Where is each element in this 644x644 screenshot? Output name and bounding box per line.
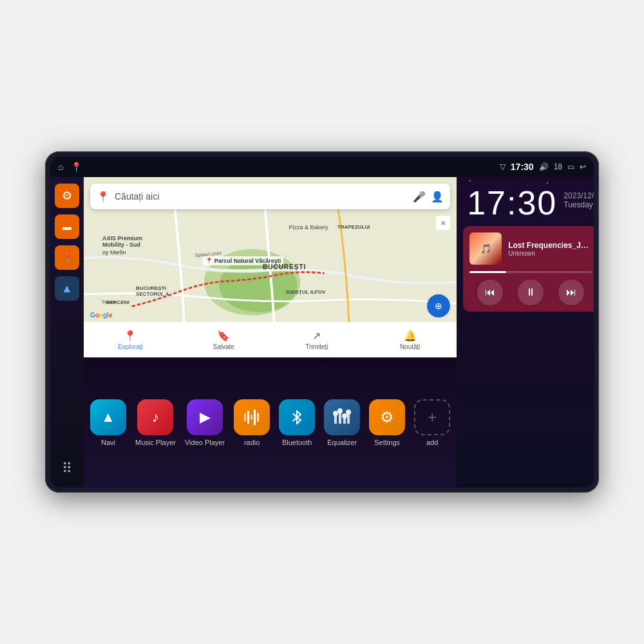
- svg-rect-10: [334, 415, 337, 424]
- prev-track-button[interactable]: ⏮: [477, 279, 503, 305]
- skip-forward-icon: ⏭: [566, 287, 576, 298]
- svg-rect-6: [247, 411, 249, 424]
- map-nav-updates[interactable]: 🔔 Noutăți: [363, 330, 457, 350]
- app-bluetooth[interactable]: Bluetooth: [279, 399, 315, 446]
- right-panel: 17:30 2023/12/12 Tuesday 🎵 Lost Frequenc…: [457, 177, 594, 488]
- sidebar-map-button[interactable]: 📍: [55, 245, 79, 270]
- svg-point-11: [333, 411, 338, 416]
- navi-icon: ▲: [101, 409, 115, 426]
- volume-icon: 🔊: [539, 162, 549, 171]
- saved-label: Salvate: [213, 343, 234, 350]
- navigation-icon: ▲: [61, 282, 73, 296]
- device-screen: ⌂ 📍 ▽ 17:30 🔊 18 ▭ ↩ ⚙ ▬: [50, 156, 594, 488]
- user-circle-icon[interactable]: 👤: [431, 191, 444, 203]
- clock-status: 17:30: [511, 162, 534, 172]
- navi-icon-wrap: ▲: [90, 399, 126, 435]
- wifi-icon: ▽: [500, 162, 506, 171]
- music-controls: ⏮ ⏸ ⏭: [469, 279, 592, 305]
- main-area: ⚙ ▬ 📍 ▲ ⠿: [50, 177, 594, 488]
- music-icon-wrap: ♪: [137, 399, 173, 435]
- map-label-merlin: oy Merlin: [102, 249, 126, 256]
- status-right-icons: ▽ 17:30 🔊 18 ▭ ↩: [500, 162, 586, 172]
- share-label: Trimiteți: [305, 343, 328, 350]
- map-label-pizza: Pizza & Bakery: [289, 224, 328, 231]
- apps-grid-icon: ⠿: [62, 460, 72, 477]
- map-collapse-button[interactable]: ✕: [436, 216, 450, 230]
- clock-day-text: Tuesday: [564, 200, 594, 209]
- pause-icon: ⏸: [526, 287, 536, 298]
- radio-waveform-icon: [243, 408, 261, 426]
- status-left-icons: ⌂ 📍: [58, 162, 82, 172]
- google-logo: Google: [90, 312, 112, 319]
- next-track-button[interactable]: ⏭: [558, 279, 584, 305]
- app-add[interactable]: + add: [414, 399, 450, 446]
- sidebar-apps-button[interactable]: ⠿: [55, 457, 79, 481]
- map-icon: 📍: [62, 252, 73, 263]
- music-label: Music Player: [135, 439, 176, 446]
- clock-date-text: 2023/12/12: [564, 191, 594, 200]
- app-video-player[interactable]: ▶ Video Player: [185, 399, 225, 446]
- map-label-bucharest: BUCUREȘTI: [263, 263, 306, 270]
- explore-label: Explorați: [118, 343, 143, 350]
- sidebar-navigation-button[interactable]: ▲: [55, 276, 79, 301]
- map-label-berceni: BERCENI: [106, 299, 129, 305]
- location-icon[interactable]: 📍: [71, 162, 82, 172]
- music-title: Lost Frequencies_Janie...: [508, 241, 592, 250]
- music-top-area: 🎵 Lost Frequencies_Janie... Unknown: [469, 232, 592, 265]
- home-icon[interactable]: ⌂: [58, 162, 63, 172]
- equalizer-icon-wrap: [324, 399, 360, 435]
- back-icon[interactable]: ↩: [580, 162, 586, 171]
- left-sidebar: ⚙ ▬ 📍 ▲ ⠿: [50, 177, 84, 488]
- map-nav-saved[interactable]: 🔖 Salvate: [177, 330, 270, 350]
- map-container[interactable]: Splaiul Unirii Sosea AXIS PremiumMobilit…: [84, 177, 457, 357]
- app-grid-area: ▲ Navi ♪ Music Player ▶: [84, 357, 457, 488]
- svg-point-15: [342, 413, 347, 419]
- map-label-axis: AXIS PremiumMobility - Sud: [102, 235, 142, 248]
- sidebar-settings-button[interactable]: ⚙: [55, 184, 79, 208]
- app-settings[interactable]: ⚙ Settings: [369, 399, 405, 446]
- battery-level: 18: [554, 162, 562, 171]
- map-nav-share[interactable]: ↗ Trimiteți: [270, 330, 364, 350]
- map-search-bar[interactable]: 📍 Căutați aici 🎤 👤: [90, 184, 450, 209]
- add-icon-wrap: +: [414, 399, 450, 435]
- svg-point-17: [346, 410, 351, 415]
- music-progress-bar[interactable]: [469, 271, 592, 273]
- explore-icon: 📍: [124, 330, 137, 342]
- album-art-img: 🎵: [480, 243, 491, 254]
- app-navi[interactable]: ▲ Navi: [90, 399, 126, 446]
- status-bar: ⌂ 📍 ▽ 17:30 🔊 18 ▭ ↩: [50, 156, 594, 177]
- skip-back-icon: ⏮: [485, 287, 495, 298]
- dashboard-icon: ▬: [62, 222, 71, 232]
- app-equalizer[interactable]: Equalizer: [324, 399, 360, 446]
- battery-icon: ▭: [567, 162, 574, 171]
- sidebar-dashboard-button[interactable]: ▬: [55, 214, 79, 239]
- mic-icon[interactable]: 🎤: [413, 191, 426, 203]
- map-nav-explore[interactable]: 📍 Explorați: [84, 330, 177, 350]
- map-navigation-fab[interactable]: ⊕: [427, 294, 450, 317]
- app-music-player[interactable]: ♪ Music Player: [135, 399, 176, 446]
- music-icon: ♪: [152, 409, 159, 426]
- share-icon: ↗: [312, 330, 321, 342]
- clock-display: 17:30: [467, 186, 557, 220]
- center-area: Splaiul Unirii Sosea AXIS PremiumMobilit…: [84, 177, 457, 488]
- star-icon: ✕: [440, 220, 446, 227]
- equalizer-label: Equalizer: [327, 439, 357, 446]
- google-maps-icon: 📍: [97, 191, 109, 203]
- updates-icon: 🔔: [404, 330, 417, 342]
- music-info: Lost Frequencies_Janie... Unknown: [508, 241, 592, 257]
- map-bottom-nav: 📍 Explorați 🔖 Salvate ↗ Trimiteți 🔔: [84, 322, 457, 357]
- equalizer-bars-icon: [333, 408, 351, 426]
- radio-icon-wrap: [234, 399, 270, 435]
- bluetooth-label: Bluetooth: [282, 439, 312, 446]
- music-player: 🎵 Lost Frequencies_Janie... Unknown ⏮: [463, 226, 594, 312]
- settings-label: Settings: [374, 439, 400, 446]
- clock-area: 17:30 2023/12/12 Tuesday: [457, 177, 594, 226]
- svg-rect-7: [251, 415, 252, 420]
- search-text[interactable]: Căutați aici: [115, 191, 408, 202]
- compass-icon: ⊕: [435, 301, 442, 311]
- app-radio[interactable]: radio: [234, 399, 270, 446]
- map-label-sectorul: BUCUREȘTISECTORUL 4: [136, 285, 168, 297]
- plus-icon: +: [428, 408, 437, 426]
- settings-icon: ⚙: [62, 189, 72, 203]
- pause-button[interactable]: ⏸: [518, 279, 544, 305]
